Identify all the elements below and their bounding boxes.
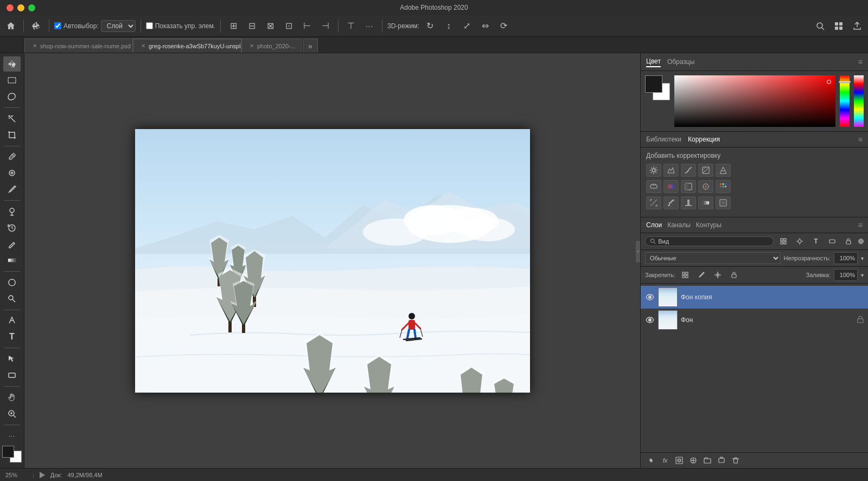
move-tool-icon[interactable]	[29, 18, 44, 34]
tool-eyedropper[interactable]	[3, 149, 21, 164]
layers-filter-lock-icon[interactable]	[842, 235, 855, 247]
workspace-button[interactable]	[831, 18, 846, 34]
saturation-bar[interactable]	[854, 75, 864, 127]
maximize-button[interactable]	[28, 4, 35, 11]
tabs-overflow-button[interactable]: »	[303, 39, 318, 53]
layer-eye-fon-kopiya[interactable]	[645, 292, 655, 302]
corr-threshold-icon[interactable]	[681, 196, 696, 209]
tool-dodge[interactable]	[3, 291, 21, 306]
tool-eraser[interactable]	[3, 236, 21, 252]
corr-color-balance-icon[interactable]	[663, 180, 679, 193]
tool-magic-wand[interactable]	[3, 111, 21, 126]
layers-visibility-toggle[interactable]	[858, 239, 864, 244]
tool-crop[interactable]	[3, 127, 21, 143]
tab-libraries[interactable]: Библиотеки	[646, 136, 681, 143]
tab-samples[interactable]: Образцы	[667, 57, 694, 67]
align-center-h-icon[interactable]: ⊟	[244, 18, 259, 34]
tab-channels[interactable]: Каналы	[667, 221, 691, 229]
window-controls[interactable]	[7, 4, 35, 11]
tool-blur[interactable]	[3, 275, 21, 290]
tab-3-close[interactable]: ✕	[250, 43, 254, 49]
tool-path-select[interactable]	[3, 351, 21, 367]
tool-text[interactable]: T	[3, 329, 21, 344]
corr-vibrance-icon[interactable]	[716, 164, 731, 177]
fill-value[interactable]: 100%	[834, 269, 858, 281]
minimize-button[interactable]	[17, 4, 24, 11]
align-bottom-icon[interactable]: ⊣	[318, 18, 333, 34]
3d-slide-icon[interactable]: ⇔	[478, 18, 493, 34]
align-middle-icon[interactable]: ⊢	[299, 18, 315, 34]
tool-brush[interactable]	[3, 182, 21, 197]
tool-pen[interactable]	[3, 313, 21, 329]
tab-2[interactable]: ✕ greg-rosenke-a3wSb77kuyU-unsplash.jpg …	[133, 39, 241, 53]
opacity-arrow[interactable]: ▾	[861, 255, 864, 261]
layer-eye-fon[interactable]	[645, 315, 655, 325]
tool-spot-heal[interactable]	[3, 165, 21, 181]
blend-mode-select[interactable]: Обычные	[645, 252, 781, 264]
corr-selective-color-icon[interactable]	[716, 196, 731, 209]
corr-invert-icon[interactable]	[646, 196, 661, 209]
lock-position-icon[interactable]	[711, 269, 724, 281]
layers-filter-shape-icon[interactable]	[826, 235, 839, 247]
tool-history[interactable]	[3, 220, 21, 235]
lock-pixels-icon[interactable]	[679, 269, 692, 281]
layers-filter-adjustment-icon[interactable]	[793, 235, 806, 247]
link-layers-button[interactable]	[645, 455, 657, 466]
tab-1-close[interactable]: ✕	[33, 43, 37, 49]
tab-correction[interactable]: Коррекция	[688, 136, 720, 143]
search-button[interactable]	[813, 18, 828, 34]
tool-select-rect[interactable]	[3, 73, 21, 88]
fg-bg-swatches[interactable]	[645, 75, 670, 100]
lock-paint-icon[interactable]	[695, 269, 708, 281]
corr-hue-sat-icon[interactable]	[646, 180, 661, 193]
layers-search-input[interactable]	[658, 238, 769, 245]
distribute-icon[interactable]: ⊤	[343, 18, 359, 34]
tool-clone[interactable]	[3, 204, 21, 219]
delete-layer-button[interactable]	[730, 455, 742, 466]
add-fx-button[interactable]: fx	[659, 455, 671, 466]
status-nav-button[interactable]	[40, 472, 45, 478]
correction-panel-options[interactable]: ≡	[858, 135, 863, 144]
show-transform-checkbox[interactable]	[146, 22, 153, 29]
foreground-color-swatch[interactable]	[645, 75, 662, 93]
layers-filter-pixel-icon[interactable]	[777, 235, 790, 247]
3d-scale-icon[interactable]: ⤢	[459, 18, 475, 34]
corr-exposure-icon[interactable]	[698, 164, 713, 177]
tab-layers[interactable]: Слои	[646, 221, 662, 229]
tab-contours[interactable]: Контуры	[696, 221, 722, 229]
corr-brightness-icon[interactable]	[646, 164, 661, 177]
layers-filter-text-icon[interactable]: T	[809, 235, 822, 247]
layers-search[interactable]	[645, 236, 774, 246]
color-picker-cursor[interactable]	[827, 80, 831, 84]
layer-item-fon[interactable]: Фон	[641, 309, 868, 331]
layers-panel-options[interactable]: ≡	[858, 221, 863, 229]
corr-levels-icon[interactable]	[663, 164, 679, 177]
corr-photo-filter-icon[interactable]	[698, 180, 713, 193]
tool-zoom[interactable]	[3, 406, 21, 421]
autoselect-checkbox[interactable]	[54, 22, 61, 29]
align-right-icon[interactable]: ⊠	[263, 18, 278, 34]
corr-posterize-icon[interactable]	[663, 196, 679, 209]
add-mask-button[interactable]	[673, 455, 685, 466]
fill-arrow[interactable]: ▾	[861, 272, 864, 278]
3d-move-icon[interactable]: ↕	[441, 18, 456, 34]
color-panel-options[interactable]: ≡	[858, 57, 863, 66]
tool-lasso[interactable]	[3, 89, 21, 104]
layer-item-fon-kopiya[interactable]: Фон копия	[641, 286, 868, 309]
add-adjustment-button[interactable]	[687, 455, 699, 466]
tool-hand[interactable]	[3, 390, 21, 405]
hue-bar[interactable]	[840, 75, 850, 127]
tab-color[interactable]: Цвет	[646, 56, 661, 67]
autoselect-dropdown[interactable]: Слой	[101, 20, 136, 32]
3d-roll-icon[interactable]: ⟳	[496, 18, 512, 34]
more-options-icon[interactable]: ···	[362, 18, 377, 34]
color-picker[interactable]	[674, 75, 835, 127]
align-left-icon[interactable]: ⊞	[226, 18, 241, 34]
tab-2-close[interactable]: ✕	[141, 43, 145, 49]
color-swatches[interactable]	[2, 446, 22, 463]
corr-channel-mix-icon[interactable]	[716, 180, 731, 193]
tab-3[interactable]: ✕ photo_2020-...	[241, 39, 302, 53]
add-layer-button[interactable]	[716, 455, 727, 466]
corr-gradient-map-icon[interactable]	[698, 196, 713, 209]
tab-1[interactable]: ✕ shop-now-summer-sale-nume.psd	[24, 39, 133, 53]
